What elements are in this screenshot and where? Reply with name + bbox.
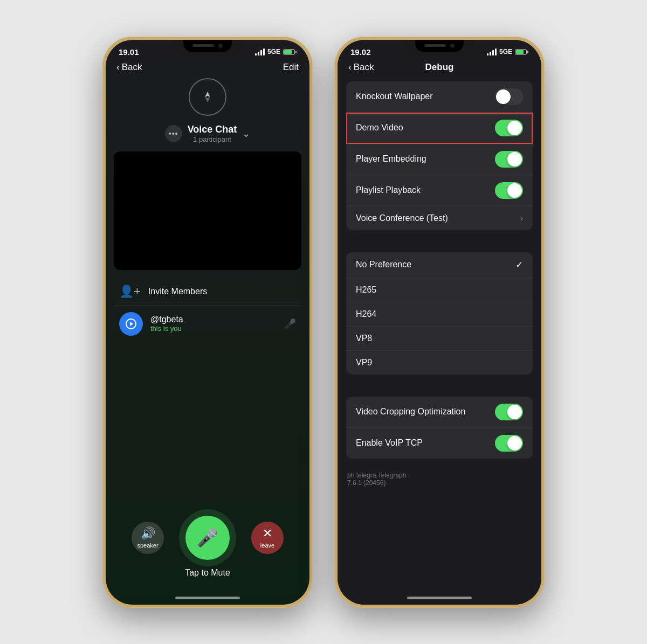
h264-label: H264 [356,309,376,319]
mic-main-icon: 🎤 [197,528,218,548]
settings-section-1: Knockout Wallpaper Demo Video Player Emb… [346,81,533,230]
vc-video-area [114,151,301,270]
demo-video-toggle[interactable] [495,120,523,136]
vp8-label: VP8 [356,334,372,343]
player-embedding-label: Player Embedding [356,154,426,164]
user-avatar [119,312,143,336]
player-embedding-row[interactable]: Player Embedding [346,144,533,175]
vc-nav-bar: ‹ Back Edit [106,57,309,73]
vp9-label: VP9 [356,358,372,368]
left-phone: 19.01 5GE [102,37,313,608]
mic-icon-user: 🎤 [284,318,296,330]
knockout-wallpaper-row[interactable]: Knockout Wallpaper [346,81,533,113]
vc-members-list: 👤+ Invite Members @tgbeta this is you [106,275,309,345]
invite-icon: 👤+ [119,285,141,299]
playlist-playback-label: Playlist Playback [356,185,421,195]
mute-button[interactable]: 🎤 [185,516,230,560]
signal-bars-right [487,49,497,56]
speaker-slit-right [424,44,446,47]
vc-title-row: ••• Voice Chat 1 participant ⌄ [106,121,309,146]
camera-right [450,44,455,48]
vp9-row[interactable]: VP9 [346,351,533,375]
user-info: @tgbeta this is you [150,315,183,333]
h264-row[interactable]: H264 [346,302,533,327]
knockout-wallpaper-toggle[interactable] [495,88,523,105]
vc-buttons-row: 🔊 speaker 🎤 ✕ leave [132,516,284,560]
vp8-row[interactable]: VP8 [346,327,533,351]
app-info: ph.telegra.Telegraph 7.6.1 (20456) [338,463,541,495]
home-indicator-left [175,597,240,599]
signal-label-right: 5GE [499,48,512,56]
voice-chat-screen: 19.01 5GE [106,40,309,605]
speaker-icon: 🔊 [141,527,155,541]
demo-video-row[interactable]: Demo Video [346,113,533,144]
codec-section: No Preference ✓ H265 H264 VP8 VP9 [346,252,533,375]
knockout-wallpaper-label: Knockout Wallpaper [356,92,433,101]
chevron-left-icon-right: ‹ [348,62,352,73]
speaker-button[interactable]: 🔊 speaker [132,522,164,554]
svg-marker-0 [205,92,210,97]
no-preference-label: No Preference [356,260,411,269]
battery-left [283,49,297,55]
h265-row[interactable]: H265 [346,278,533,302]
player-embedding-toggle[interactable] [495,151,523,168]
camera [218,44,223,48]
chevron-left-icon: ‹ [116,62,120,73]
notch [173,40,243,56]
compass-icon [189,78,226,116]
bundle-id: ph.telegra.Telegraph [347,472,532,479]
tap-to-mute-label: Tap to Mute [185,568,230,578]
notch-right [404,40,474,56]
vc-title-text: Voice Chat [188,124,237,135]
video-cropping-row[interactable]: Video Cropping Optimization [346,397,533,428]
vc-subtitle-text: 1 participant [188,135,237,143]
vc-controls: 🔊 speaker 🎤 ✕ leave Tap to Mute [106,505,309,605]
playlist-playback-row[interactable]: Playlist Playback [346,175,533,206]
debug-page-title: Debug [425,62,454,73]
no-preference-check: ✓ [515,259,523,271]
voice-conference-row[interactable]: Voice Conference (Test) › [346,206,533,230]
username: @tgbeta [150,315,183,324]
voice-conference-label: Voice Conference (Test) [356,213,448,223]
signal-label-left: 5GE [267,48,280,56]
back-button-right[interactable]: ‹ Back [348,62,374,73]
right-phone: 19.02 5GE [334,37,545,608]
demo-video-label: Demo Video [356,123,403,133]
playlist-playback-toggle[interactable] [495,182,523,199]
voip-tcp-label: Enable VoIP TCP [356,438,423,448]
voip-tcp-row[interactable]: Enable VoIP TCP [346,428,533,459]
svg-marker-1 [205,97,210,102]
debug-nav-bar: ‹ Back Debug [338,57,541,77]
time-right: 19.02 [350,47,371,57]
close-icon: ✕ [263,527,272,541]
edit-button[interactable]: Edit [283,62,299,73]
you-label: this is you [150,324,183,333]
speaker-slit [192,44,214,47]
invite-members-row[interactable]: 👤+ Invite Members [114,278,301,306]
app-version: 7.6.1 (20456) [347,479,532,487]
no-preference-row[interactable]: No Preference ✓ [346,252,533,278]
voice-conference-chevron: › [520,213,523,223]
leave-button[interactable]: ✕ leave [251,522,284,554]
home-indicator-right [407,597,472,599]
leave-label: leave [260,542,274,549]
speaker-label: speaker [137,542,158,549]
vc-title-info: Voice Chat 1 participant [188,124,237,143]
back-button-left[interactable]: ‹ Back [116,62,142,73]
battery-right [515,49,528,55]
vc-chevron-down[interactable]: ⌄ [242,128,250,140]
h265-label: H265 [356,285,376,295]
video-cropping-label: Video Cropping Optimization [356,407,465,417]
user-row: @tgbeta this is you 🎤 [114,306,301,342]
invite-label: Invite Members [148,287,207,296]
video-cropping-toggle[interactable] [495,404,523,420]
menu-dots-button[interactable]: ••• [165,125,182,142]
signal-bars-left [255,49,265,56]
voip-tcp-toggle[interactable] [495,435,523,452]
time-left: 19.01 [119,47,139,57]
settings-section-3: Video Cropping Optimization Enable VoIP … [346,397,533,459]
debug-screen: 19.02 5GE [338,40,541,605]
